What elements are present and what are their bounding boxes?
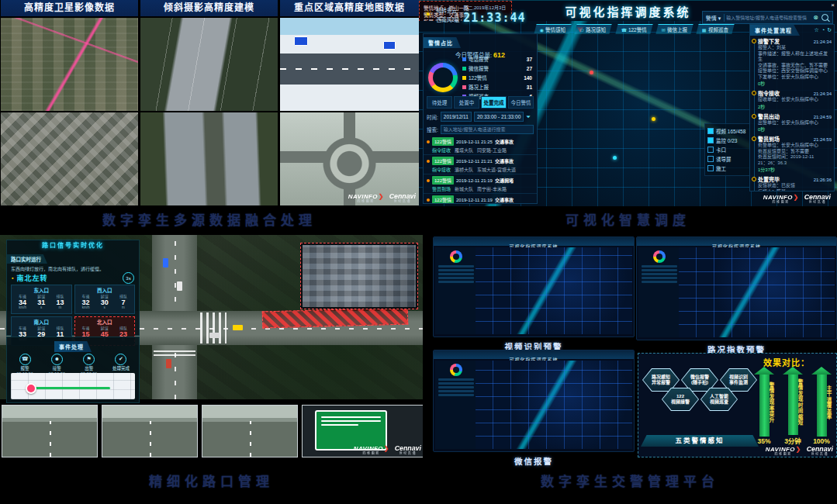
filter-icon[interactable]: ⏷ [526, 114, 531, 120]
alert-tag: 122警情 [432, 137, 454, 146]
checkbox-icon[interactable] [707, 147, 714, 153]
perception-hexagons: 路况感知异常报警 微信报警(随手拍) 视频识别事件监测 122视频接警 人工智能… [641, 368, 759, 411]
navinfo-logo: NAVINFO❯ 四维图新 [354, 445, 389, 455]
navinfo-chevron-icon: ❯ [384, 445, 389, 451]
kpi-arrows: 警情发现率提升 35% 警情发现时间缩短 3分钟 主干道覆盖率 100% [753, 367, 832, 445]
perception-banner: 五类警情感知 [641, 435, 759, 447]
legend-swatch [462, 85, 466, 89]
status-tab[interactable]: 今日警情 [508, 96, 534, 109]
nav-icon: ⚇ [580, 27, 584, 33]
date-picker[interactable]: 2019/12/11 [441, 112, 472, 122]
vehicle [177, 281, 182, 291]
alert-tag: 122警情 [432, 176, 454, 185]
status-description: 东西向绿灯放行，南北向有排队，通行缓慢。 [7, 264, 139, 273]
checkbox-icon[interactable] [707, 128, 714, 134]
checkbox-icon[interactable] [707, 156, 714, 162]
entrance-card[interactable]: 东入口 车速 34 km/h 延误 31 s [11, 285, 72, 314]
layer-toggle[interactable]: 视频 165/458 [707, 126, 756, 136]
nav-item[interactable]: ⚇ 路况感知 [575, 24, 613, 34]
platform-quadrant: 可视化指挥调度系统 视频识别预警 可视化指挥调度系统 [423, 235, 837, 468]
mini-city-map [476, 361, 632, 449]
nav-item[interactable]: ✉ 微信上报 [655, 24, 693, 34]
alert-status: 指令接收 [432, 147, 451, 154]
legend-swatch [462, 67, 466, 71]
vehicle [163, 258, 168, 268]
navinfo-chevron-icon: ❯ [794, 194, 799, 200]
mini-side-panel [638, 247, 680, 337]
search-input[interactable] [725, 15, 811, 21]
alert-list-item[interactable]: 122警情 2019-12-11 21:25 交通事故 指令接收 雁塔大队 同安… [424, 136, 537, 155]
panel-header: 事件处理 [54, 341, 92, 352]
timeline-step: 接警下发 21:24:34 报警人：刘某 事件描述：报警人称在上述地点发生 交通… [758, 37, 832, 87]
clear-icon[interactable]: ⊗ [811, 14, 820, 21]
map-marker[interactable] [590, 71, 593, 74]
status-tab[interactable]: 处置中 [454, 96, 479, 109]
refresh-icon[interactable]: ↻ [827, 27, 832, 33]
search-icon[interactable] [821, 14, 828, 21]
alert-list-item[interactable]: 122警情 2019-12-11 21:21 交通事故 指令接收 灞桥大队 东城… [424, 155, 537, 174]
checkbox-icon[interactable] [707, 165, 714, 171]
map-marker[interactable] [652, 117, 655, 121]
cennavi-logo: Cennavi 世纪高通 [389, 192, 416, 203]
alert-list-item[interactable]: 122警情 2019-12-11 21:19 交通事故 处置完成 新城大队 五路… [424, 194, 537, 204]
guide-sign-thumbnail: NAVINFO❯ 四维图新 Cennavi 世纪高通 [302, 405, 423, 457]
navinfo-logo: NAVINFO❯ 四维图新 [766, 446, 801, 456]
column-satellite: 高精度卫星影像数据 [1, 0, 138, 205]
event-timeline: 接警下发 21:24:34 报警人：刘某 事件描述：报警人称在上述地点发生 交通… [758, 37, 834, 192]
layer-toggle[interactable]: 卡口 [707, 145, 756, 154]
legend-item: 路况上报 31 [462, 83, 532, 91]
legend-swatch [462, 76, 466, 80]
legend-item: 微信报警 27 [462, 64, 532, 72]
mini-dashboard-label: 微信报警 [433, 455, 635, 467]
satellite-image-bottom [1, 112, 138, 205]
checkbox-icon[interactable] [707, 137, 714, 143]
video-popup[interactable] [300, 243, 418, 309]
layer-toggle[interactable]: 诱导屏 [707, 154, 756, 164]
navinfo-logo: NAVINFO❯ 四维图新 [348, 193, 384, 203]
legend-swatch [462, 57, 466, 61]
entrance-card[interactable]: 西入口 车速 32 km/h 延误 30 s [74, 285, 136, 314]
alert-dot [427, 160, 430, 163]
step-icon: ☎ [19, 354, 31, 365]
caption-smart-dispatch: 可视化智慧调度 [419, 209, 837, 229]
step-icon: ☻ [51, 354, 63, 365]
search-bar[interactable]: 警情 ▾ ⊗ [702, 11, 833, 24]
alert-panel: 警情占比 今日警情总量: 612 电话报警 37 微信报警 27 [423, 33, 538, 204]
crosswalk [154, 348, 195, 356]
nav-item[interactable]: ◉ 警情感知 [534, 24, 571, 34]
search-category-dropdown[interactable]: 警情 ▾ [703, 14, 725, 22]
status-tab[interactable]: 处置完成 [481, 96, 507, 109]
time-range-picker[interactable]: 20:33:00 - 21:33:00 [474, 112, 524, 122]
map-marker[interactable] [613, 156, 617, 160]
mini-city-map [476, 247, 632, 334]
alert-search-input[interactable] [441, 125, 534, 134]
aerial-image-top [140, 18, 278, 111]
alert-legend: 电话报警 37 微信报警 27 122警情 140 路况上报 [462, 55, 532, 100]
column-header: 重点区域高精度地图数据 [280, 0, 419, 16]
mini-dashboard: 可视化指挥调度系统 微信报警 [433, 350, 635, 467]
nav-icon: ▦ [702, 27, 707, 33]
panel-title: 路口信号实时优化 [7, 240, 139, 250]
incident-marker [26, 383, 36, 394]
vehicle [166, 359, 171, 368]
status-tab[interactable]: 待处理 [427, 96, 452, 109]
close-icon[interactable]: × [831, 2, 835, 9]
alert-dot [427, 140, 430, 143]
star-icon[interactable]: ☆ [815, 27, 819, 33]
aerial-image-bottom [140, 112, 278, 205]
vehicle [209, 333, 220, 338]
clock-icon[interactable]: ◔ [821, 27, 825, 33]
caption-intersection: 精细化路口管理 [0, 471, 423, 490]
kpi-arrow: 警情发现率提升 35% [753, 367, 775, 445]
layer-toggle[interactable]: 施工 [707, 164, 756, 173]
nav-item[interactable]: ▦ 视频巡查 [696, 24, 734, 34]
alert-status: 指令接收 [432, 166, 451, 173]
event-handling-panel: 事件处理 ☎ 报警 09:16:26 ☻ 接警 09:16:50 ⚑ 出警 09… [6, 337, 140, 403]
panel-header: 事件处置流程 [750, 25, 800, 36]
alert-list-item[interactable]: 122警情 2019-12-11 21:19 交通拥堵 警员到场 新城大队 南宁… [424, 174, 537, 194]
nav-icon: ✉ [662, 27, 666, 33]
nav-item[interactable]: ☎ 122警情 [615, 24, 653, 34]
layer-toggle[interactable]: 监控 0/23 [707, 136, 756, 145]
legend-item: 122警情 140 [462, 74, 532, 81]
caption-platform: 数字孪生交警管理平台 [423, 471, 837, 490]
